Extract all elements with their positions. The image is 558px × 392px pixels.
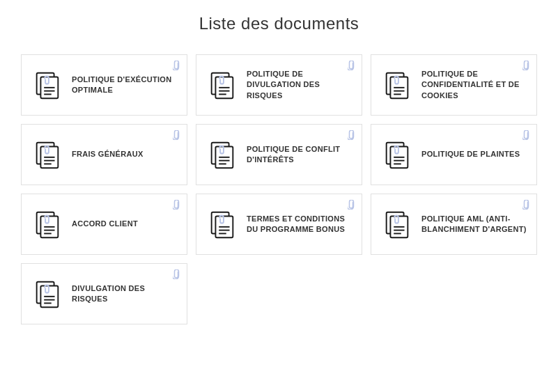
document-label: ACCORD CLIENT	[72, 219, 138, 229]
document-label: TERMES ET CONDITIONS DU PROGRAMME BONUS	[247, 214, 352, 235]
document-grid: POLITIQUE D'EXÉCUTION OPTIMALE POLITIQUE…	[21, 54, 537, 324]
document-icon	[381, 139, 413, 171]
document-label: POLITIQUE AML (ANTI-BLANCHIMENT D'ARGENT…	[421, 214, 527, 235]
document-icon	[31, 278, 63, 310]
document-icon	[31, 208, 63, 240]
document-label: POLITIQUE DE CONFLIT D'INTÉRÊTS	[247, 144, 352, 166]
document-label: POLITIQUE DE DIVULGATION DES RISQUES	[247, 69, 352, 101]
paperclip-icon	[173, 61, 180, 70]
document-card[interactable]: DIVULGATION DES RISQUES	[21, 263, 187, 324]
document-card[interactable]: POLITIQUE D'EXÉCUTION OPTIMALE	[21, 54, 187, 116]
paperclip-icon	[348, 61, 355, 70]
document-card[interactable]: POLITIQUE AML (ANTI-BLANCHIMENT D'ARGENT…	[371, 194, 537, 255]
document-card[interactable]: FRAIS GÉNÉRAUX	[21, 124, 187, 185]
document-label: POLITIQUE DE CONFIDENTIALITÉ ET DE COOKI…	[421, 69, 527, 101]
document-card[interactable]: TERMES ET CONDITIONS DU PROGRAMME BONUS	[196, 194, 362, 255]
document-icon	[206, 139, 238, 171]
document-icon	[381, 69, 413, 101]
paperclip-icon	[522, 200, 529, 210]
document-icon	[206, 69, 238, 101]
document-icon	[206, 208, 238, 240]
paperclip-icon	[348, 130, 355, 140]
paperclip-icon	[522, 130, 529, 140]
paperclip-icon	[522, 61, 529, 70]
document-label: FRAIS GÉNÉRAUX	[72, 149, 144, 159]
document-card[interactable]: POLITIQUE DE PLAINTES	[371, 124, 537, 185]
paperclip-icon	[173, 200, 180, 210]
document-icon	[31, 139, 63, 171]
document-label: POLITIQUE DE PLAINTES	[421, 149, 520, 159]
page-title: Liste des documents	[21, 14, 537, 33]
paperclip-icon	[348, 200, 355, 210]
document-label: POLITIQUE D'EXÉCUTION OPTIMALE	[72, 75, 177, 96]
paperclip-icon	[173, 130, 180, 140]
document-card[interactable]: POLITIQUE DE CONFLIT D'INTÉRÊTS	[196, 124, 362, 185]
document-icon	[381, 208, 413, 240]
document-card[interactable]: POLITIQUE DE CONFIDENTIALITÉ ET DE COOKI…	[371, 54, 537, 116]
document-icon	[31, 69, 63, 101]
document-card[interactable]: ACCORD CLIENT	[21, 194, 187, 255]
paperclip-icon	[173, 269, 180, 279]
document-label: DIVULGATION DES RISQUES	[72, 283, 177, 305]
document-card[interactable]: POLITIQUE DE DIVULGATION DES RISQUES	[196, 54, 362, 116]
